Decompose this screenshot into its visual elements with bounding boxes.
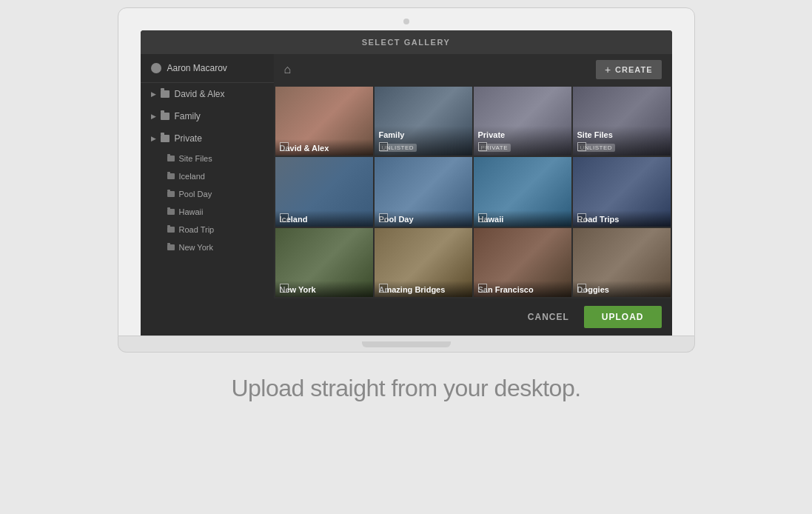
tile-checkbox[interactable] xyxy=(577,213,586,222)
tile-checkbox[interactable] xyxy=(379,142,388,151)
mini-folder-icon xyxy=(167,173,175,179)
create-button[interactable]: + CREATE xyxy=(596,60,662,79)
tile-name: David & Alex xyxy=(280,144,369,153)
sidebar-sub-label: Hawaii xyxy=(179,207,204,216)
gallery-tile-iceland[interactable]: Iceland xyxy=(275,157,373,226)
tile-checkbox[interactable] xyxy=(379,284,388,293)
tile-overlay: Hawaii xyxy=(474,210,571,227)
sidebar-sub-hawaii[interactable]: Hawaii xyxy=(141,203,274,221)
upload-button[interactable]: UPLOAD xyxy=(584,306,662,328)
sidebar-item-label: David & Alex xyxy=(175,89,225,99)
mini-folder-icon xyxy=(167,156,175,161)
folder-icon xyxy=(161,135,170,142)
tile-overlay: Road Trips xyxy=(573,210,671,227)
tile-name: Hawaii xyxy=(478,215,567,224)
tile-name: Site Files xyxy=(577,130,666,139)
sidebar-sub-road-trip[interactable]: Road Trip xyxy=(141,221,274,238)
gallery-tile-road-trips[interactable]: Road Trips xyxy=(573,157,671,226)
sidebar-item-private[interactable]: ▶ Private xyxy=(141,127,274,150)
sidebar-item-label: Family xyxy=(175,111,201,121)
plus-icon: + xyxy=(605,64,611,76)
sidebar: Aaron Macarov ▶ David & Alex ▶ Family xyxy=(141,54,274,336)
tile-checkbox[interactable] xyxy=(478,284,487,293)
tile-overlay: New York xyxy=(275,281,373,297)
gallery-tile-doggies[interactable]: Doggies xyxy=(573,228,671,297)
sidebar-sub-label: Road Trip xyxy=(179,225,215,234)
laptop-screen-bezel: SELECT GALLERY Aaron Macarov ▶ David xyxy=(141,30,672,336)
sidebar-sub-label: Iceland xyxy=(179,172,205,181)
mini-folder-icon xyxy=(167,244,175,250)
sidebar-sub-pool-day[interactable]: Pool Day xyxy=(141,185,274,203)
tile-checkbox[interactable] xyxy=(478,142,487,151)
laptop-notch xyxy=(362,341,451,347)
tile-name: Doggies xyxy=(577,285,666,294)
sidebar-sub-label: Pool Day xyxy=(179,190,212,198)
chevron-right-icon: ▶ xyxy=(151,135,156,142)
cancel-button[interactable]: CANCEL xyxy=(513,306,584,328)
tile-name: San Francisco xyxy=(478,285,567,294)
tile-overlay: David & Alex xyxy=(275,139,373,156)
tile-checkbox[interactable] xyxy=(379,213,388,222)
gallery-tile-site-files[interactable]: Site Files UNLISTED xyxy=(573,87,671,156)
tile-overlay: Private PRIVATE xyxy=(474,126,571,156)
tile-overlay: Doggies xyxy=(573,281,671,297)
action-bar: CANCEL UPLOAD xyxy=(274,298,672,336)
sidebar-user: Aaron Macarov xyxy=(141,54,274,83)
tile-name: Private xyxy=(478,130,567,139)
folder-icon xyxy=(161,113,170,120)
sidebar-sub-label: Site Files xyxy=(179,154,212,163)
tile-checkbox[interactable] xyxy=(280,284,289,293)
sidebar-sub-label: New York xyxy=(179,243,213,252)
cancel-label: CANCEL xyxy=(528,312,569,322)
gallery-grid: David & Alex Family UNLISTED xyxy=(274,85,672,298)
tile-overlay: Amazing Bridges xyxy=(375,281,472,297)
sidebar-sub-iceland[interactable]: Iceland xyxy=(141,167,274,185)
laptop-camera xyxy=(403,19,409,24)
mini-folder-icon xyxy=(167,209,175,215)
gallery-tile-pool-day[interactable]: Pool Day xyxy=(375,157,472,226)
content-toolbar: ⌂ + CREATE xyxy=(274,54,672,85)
folder-icon xyxy=(161,90,170,98)
gallery-tile-san-francisco[interactable]: San Francisco xyxy=(474,228,571,297)
modal-container: SELECT GALLERY Aaron Macarov ▶ David xyxy=(141,30,672,336)
tile-overlay: Pool Day xyxy=(375,210,472,227)
gallery-tile-david-alex[interactable]: David & Alex xyxy=(275,87,373,156)
gallery-tile-hawaii[interactable]: Hawaii xyxy=(474,157,571,226)
tile-overlay: San Francisco xyxy=(474,281,571,297)
tile-name: Iceland xyxy=(280,215,369,224)
create-label: CREATE xyxy=(615,65,652,74)
tile-name: Road Trips xyxy=(577,215,666,224)
tile-checkbox[interactable] xyxy=(577,142,586,151)
tile-overlay: Site Files UNLISTED xyxy=(573,126,671,156)
sidebar-username: Aaron Macarov xyxy=(167,63,227,73)
laptop-mockup: SELECT GALLERY Aaron Macarov ▶ David xyxy=(118,7,695,353)
tile-name: Pool Day xyxy=(379,215,468,224)
user-icon xyxy=(151,63,161,73)
tile-overlay: Family UNLISTED xyxy=(375,126,472,156)
tile-name: Amazing Bridges xyxy=(379,285,468,294)
gallery-tile-family[interactable]: Family UNLISTED xyxy=(375,87,472,156)
main-content: ⌂ + CREATE David & Alex xyxy=(274,54,672,336)
sidebar-item-label: Private xyxy=(175,133,202,144)
home-icon[interactable]: ⌂ xyxy=(284,63,292,76)
laptop-base xyxy=(118,336,695,353)
chevron-right-icon: ▶ xyxy=(151,113,156,120)
modal-title-bar: SELECT GALLERY xyxy=(141,30,672,54)
sidebar-sub-site-files[interactable]: Site Files xyxy=(141,150,274,167)
tile-name: New York xyxy=(280,285,369,294)
sidebar-sub-new-york[interactable]: New York xyxy=(141,238,274,256)
sidebar-item-david-alex[interactable]: ▶ David & Alex xyxy=(141,83,274,105)
laptop-screen-top: SELECT GALLERY Aaron Macarov ▶ David xyxy=(118,7,695,336)
tile-checkbox[interactable] xyxy=(577,284,586,293)
sidebar-item-family[interactable]: ▶ Family xyxy=(141,105,274,127)
tile-checkbox[interactable] xyxy=(280,142,289,151)
gallery-tile-private[interactable]: Private PRIVATE xyxy=(474,87,571,156)
gallery-tile-new-york[interactable]: New York xyxy=(275,228,373,297)
tile-checkbox[interactable] xyxy=(280,213,289,222)
chevron-right-icon: ▶ xyxy=(151,90,156,98)
tile-overlay: Iceland xyxy=(275,210,373,227)
tile-checkbox[interactable] xyxy=(478,213,487,222)
upload-label: UPLOAD xyxy=(602,312,644,322)
gallery-tile-amazing-bridges[interactable]: Amazing Bridges xyxy=(375,228,472,297)
modal-body: Aaron Macarov ▶ David & Alex ▶ Family xyxy=(141,54,672,336)
